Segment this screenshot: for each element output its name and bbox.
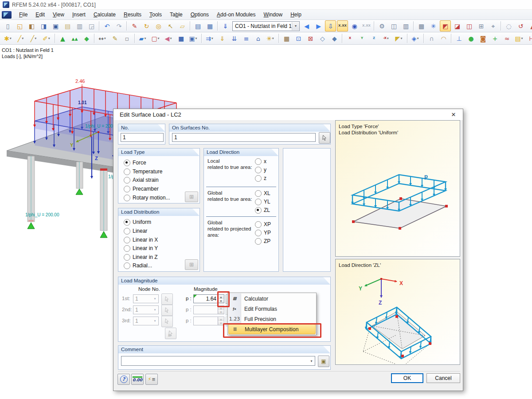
rotate-view-button[interactable]: ↻ [141,20,152,31]
view-x-button[interactable]: X [344,33,356,44]
radio-force[interactable]: Force [124,160,146,166]
pick-surfaces-button[interactable] [319,132,330,144]
menu-edit[interactable]: Edit [31,11,49,19]
new-solid-button[interactable]: ■ [176,33,187,44]
node-combo-2[interactable]: 1▾ [133,305,159,314]
work-plane-yz-button[interactable]: ◪ [452,20,463,31]
copy-objects-button[interactable]: ▣ [188,33,200,44]
select-mode-button[interactable]: ◌ [503,20,514,31]
no-field[interactable]: 1 [121,133,164,142]
radio-linear-in-y[interactable]: Linear in Y [124,245,158,251]
dimension-button[interactable]: ↔ [97,33,109,44]
dropdown-icon[interactable]: ▾ [152,306,158,314]
show-result-values-button[interactable]: X.XX [361,20,372,31]
pick-three-nodes-button[interactable]: 3x [165,328,176,339]
calculator-item[interactable]: ⊞ Calculator [228,293,316,304]
radio-yl[interactable]: YL [255,199,270,205]
radio-axial-strain[interactable]: Axial strain [124,177,159,183]
radio-yp[interactable]: YP [255,230,271,236]
zoom-center-button[interactable]: ◎ [153,20,164,31]
radio-linear-in-z[interactable]: Linear in Z [124,254,158,260]
radio-rotary-motion[interactable]: Rotary motion... [124,195,170,201]
section-view-button[interactable]: ⊢ [526,33,532,44]
snap-settings-button[interactable]: ⌖ [488,20,499,31]
connect-members-button[interactable]: ⇉ [204,33,216,44]
insert-line-support-button[interactable]: ▴▴ [69,33,80,44]
view-y-button[interactable]: Y [356,33,368,44]
load-type-details-button[interactable]: ⊞ [185,192,198,202]
comment-tool-button[interactable]: ✎ [110,33,121,44]
menu-options[interactable]: Options [187,11,213,19]
save-archive-button[interactable]: ◨ [38,20,49,31]
show-surfaces-toggle-button[interactable]: ● [466,33,477,44]
display-properties-button[interactable]: ⚙ [376,20,387,31]
insert-polyline-button[interactable]: ✐ [41,33,53,44]
insert-member-button[interactable]: ╱ [28,33,40,44]
zoom-window-button[interactable]: ⊡ [293,33,304,44]
mesh-settings-button[interactable]: ✳ [428,20,439,31]
node-combo-3[interactable]: 1▾ [133,317,159,325]
radio-zl[interactable]: ZL [255,207,270,213]
radio-radial[interactable]: Radial... [124,262,152,269]
show-load-values-button[interactable]: X.XX [337,20,348,31]
project-navigator-button[interactable]: ◫ [388,20,399,31]
menu-insert[interactable]: Insert [68,11,90,19]
menu-table[interactable]: Table [166,11,187,19]
isometric-view-button[interactable]: ◈ [410,33,422,44]
radio-zp[interactable]: ZP [255,238,270,244]
view-wireframe-button[interactable]: ◇ [317,33,328,44]
undo-button[interactable]: ↶ [102,20,113,31]
mesh-refine-button[interactable]: ▦ [281,33,292,44]
render-wireframe-button[interactable]: ∩ [426,33,437,44]
paste-button[interactable]: ▤ [62,20,73,31]
menu-add-on-modules[interactable]: Add-on Modules [213,11,259,19]
view-angle-button[interactable]: ◤ [393,33,405,44]
menu-view[interactable]: View [49,11,68,19]
help-button[interactable]: ? [117,374,130,385]
open-archive-button[interactable]: ◧ [26,20,37,31]
menu-window[interactable]: Window [260,11,287,19]
radio-y[interactable]: y [255,167,266,173]
insert-node-button[interactable]: ✱ [2,33,14,44]
radio-z[interactable]: z [255,175,266,181]
pick-node-2-button[interactable] [161,305,173,316]
load-case-combo[interactable]: CO1 - Nutzlast in Feld 1 ▾ [232,21,300,31]
table-grid-button[interactable]: ▦ [204,20,215,31]
table-list-button[interactable]: ▤ [192,20,203,31]
new-file-button[interactable]: ▯ [2,20,13,31]
grid-settings-button[interactable]: ⊞ [476,20,487,31]
member-load-button[interactable]: ⇊ [229,33,240,44]
zoom-out-button[interactable]: ⊠ [305,33,316,44]
new-surface-button[interactable]: ▰ [137,33,149,44]
generate-loads-button[interactable]: ✳ [265,33,277,44]
open-project-button[interactable]: ◱ [14,20,25,31]
insert-line-button[interactable]: ╱ [15,33,27,44]
load-case-display-button[interactable]: ⇓ [220,20,231,31]
nodal-load-button[interactable]: ⇓ [217,33,228,44]
edit-load-button[interactable]: ✎ [129,20,140,31]
rotate-mode-button[interactable]: ↺ [515,20,526,31]
print-preview-button[interactable]: ◲ [86,20,97,31]
insert-surface-button[interactable]: ◆ [81,33,92,44]
spinner[interactable]: ▲▼ [218,295,224,303]
next-load-case-button[interactable]: ▶ [313,20,324,31]
multilayer-composition-item[interactable]: ≣ Multilayer Composition [228,324,316,334]
render-solid-button[interactable]: ◠ [438,33,449,44]
select-objects-button[interactable]: ↖ [165,20,176,31]
dropdown-icon[interactable]: ▾ [152,317,158,325]
radio-linear[interactable]: Linear [124,228,147,234]
load-generation-button[interactable]: ⌂ [253,33,264,44]
pick-node-3-button[interactable] [161,316,173,327]
show-results-button[interactable]: ◉ [349,20,360,31]
pick-node-1-button[interactable] [161,293,173,305]
selection-box-button[interactable]: ▫ [121,33,133,44]
new-view-button[interactable]: ▱ [177,20,188,31]
menu-results[interactable]: Results [120,11,145,19]
redo-button[interactable]: ↷ [113,20,125,31]
menu-file[interactable]: File [15,11,31,19]
comment-templates-button[interactable]: ▣ [318,356,329,367]
surface-load-button[interactable]: ≡ [241,33,252,44]
radio-x[interactable]: x [255,158,266,164]
view-solid-button[interactable]: ◆ [329,33,340,44]
new-load-button[interactable]: ◀ [163,33,175,44]
